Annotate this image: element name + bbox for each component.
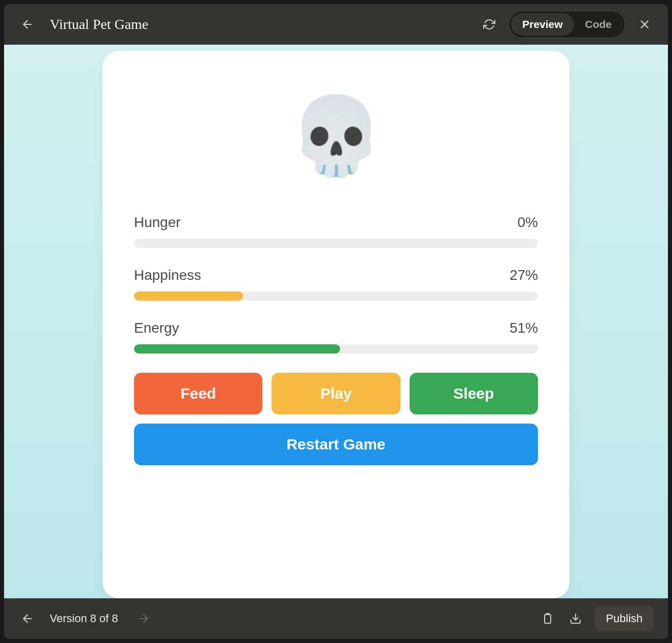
pet-avatar: 💀 — [134, 98, 538, 174]
tab-preview[interactable]: Preview — [511, 13, 574, 36]
stat-hunger-label: Hunger — [134, 214, 181, 231]
tab-code[interactable]: Code — [574, 13, 623, 36]
stat-energy-bar — [134, 344, 538, 353]
preview-canvas: 💀 Hunger 0% Happiness 27% — [4, 45, 668, 598]
back-button[interactable] — [18, 15, 37, 34]
stat-happiness-label: Happiness — [134, 267, 201, 283]
sleep-button[interactable]: Sleep — [410, 373, 538, 414]
close-button[interactable] — [635, 15, 654, 34]
refresh-icon — [483, 18, 495, 30]
stat-energy-label: Energy — [134, 320, 179, 336]
app-footer: Version 8 of 8 Publish — [4, 598, 668, 639]
clipboard-button[interactable] — [538, 609, 556, 628]
stat-happiness: Happiness 27% — [134, 267, 538, 301]
close-icon — [638, 18, 651, 31]
stat-energy: Energy 51% — [134, 320, 538, 353]
download-icon — [569, 613, 582, 625]
stat-happiness-fill — [134, 292, 243, 301]
publish-button[interactable]: Publish — [595, 606, 654, 631]
arrow-left-icon — [21, 18, 34, 31]
stat-hunger-value: 0% — [518, 214, 538, 231]
version-next-button[interactable] — [135, 609, 153, 628]
app-header: Virtual Pet Game Preview Code — [4, 4, 668, 45]
clipboard-icon — [541, 613, 553, 625]
stat-happiness-bar — [134, 292, 538, 301]
download-button[interactable] — [566, 609, 585, 628]
arrow-right-icon — [137, 612, 150, 625]
stat-energy-fill — [134, 344, 340, 353]
arrow-left-icon — [21, 612, 34, 625]
version-label: Version 8 of 8 — [50, 612, 118, 625]
refresh-button[interactable] — [480, 15, 498, 34]
view-toggle: Preview Code — [509, 11, 625, 38]
stat-energy-value: 51% — [510, 320, 538, 336]
feed-button[interactable]: Feed — [134, 373, 262, 414]
restart-button[interactable]: Restart Game — [134, 424, 538, 465]
action-row: Feed Play Sleep — [134, 373, 538, 414]
page-title: Virtual Pet Game — [50, 16, 470, 33]
svg-rect-5 — [545, 615, 551, 623]
stat-happiness-value: 27% — [510, 267, 538, 283]
stat-hunger: Hunger 0% — [134, 214, 538, 248]
stat-hunger-bar — [134, 239, 538, 248]
play-button[interactable]: Play — [272, 373, 400, 414]
version-prev-button[interactable] — [18, 609, 37, 628]
game-card: 💀 Hunger 0% Happiness 27% — [103, 51, 569, 598]
